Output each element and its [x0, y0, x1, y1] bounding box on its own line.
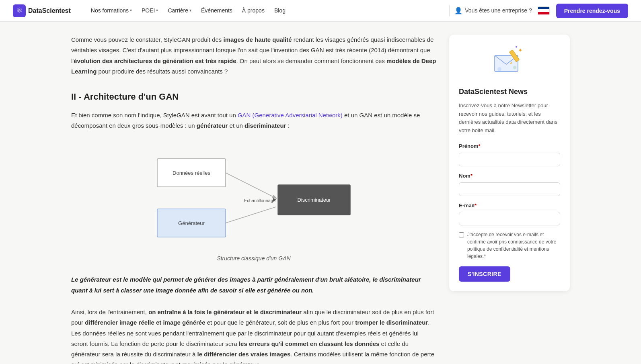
svg-text:Discriminateur: Discriminateur: [297, 197, 331, 203]
body-bold-3: tromper le discriminateur: [355, 319, 428, 326]
intro-bold-1: images de haute qualité: [224, 36, 292, 43]
section-intro: Et bien comme son nom l'indique, StyleGA…: [71, 110, 436, 131]
body-bold-1: on entraîne à la fois le générateur et l…: [148, 309, 302, 315]
diagram-container: Données réelles Générateur Discriminateu…: [71, 143, 436, 263]
email-required: *: [475, 202, 477, 209]
navbar: ⚛ DataScientest Nos formations ▾ POEI ▾ …: [0, 0, 641, 22]
svg-line-7: [226, 207, 276, 223]
newsletter-form: Prénom* Nom* E-mail* J'accepte de recevo…: [459, 142, 560, 282]
consent-row: J'accepte de recevoir vos e-mails et con…: [459, 231, 560, 260]
prenom-label: Prénom*: [459, 142, 560, 151]
sidebar-description: Inscrivez-vous à notre Newsletter pour r…: [459, 102, 560, 135]
enterprise-icon: 👤: [454, 6, 462, 16]
sidebar: ✦ ✦ DataScientest News Inscrivez-vous à …: [449, 35, 570, 364]
nav-item-apropos[interactable]: À propos: [238, 4, 269, 17]
svg-text:Données réelles: Données réelles: [173, 170, 210, 176]
consent-text[interactable]: J'accepte de recevoir vos e-mails et con…: [467, 231, 560, 260]
nav-item-poei[interactable]: POEI ▾: [138, 4, 162, 17]
prenom-input[interactable]: [459, 153, 560, 166]
intro-text-4: pour produire des résultats aussi convai…: [97, 68, 228, 75]
body-text-1: Ainsi, lors de l'entrainement,: [71, 309, 148, 315]
svg-text:✦: ✦: [515, 45, 518, 49]
nom-label: Nom*: [459, 172, 560, 180]
nav-item-evenements-label: Événements: [201, 6, 232, 15]
article-intro: Comme vous pouvez le constater, StyleGAN…: [71, 35, 436, 77]
cta-button[interactable]: Prendre rendez-vous: [556, 4, 628, 18]
chevron-down-icon: ▾: [189, 7, 191, 14]
nav-item-formations[interactable]: Nos formations ▾: [87, 4, 136, 17]
nav-item-formations-label: Nos formations: [91, 6, 129, 15]
logo-text: DataScientest: [28, 6, 71, 16]
body-text-3: et pour que le générateur, soit de plus …: [205, 319, 355, 326]
prenom-required: *: [478, 143, 480, 149]
body-paragraph: Ainsi, lors de l'entrainement, on entraî…: [71, 307, 436, 364]
nav-item-evenements[interactable]: Événements: [197, 4, 236, 17]
section-heading: II - Architecture d'un GAN: [71, 90, 436, 104]
svg-text:Générateur: Générateur: [178, 220, 205, 226]
nav-divider: [449, 5, 450, 16]
gan-link[interactable]: GAN (Generative Adversiarial Network): [238, 112, 343, 119]
chevron-down-icon: ▾: [130, 7, 132, 14]
body-bold-4: les erreurs qu'il commet en classant les…: [239, 340, 380, 347]
diagram-caption: Structure classique d'un GAN: [217, 254, 290, 263]
nav-enterprise[interactable]: 👤 Vous êtes une entreprise ?: [454, 6, 532, 16]
page-wrapper: Comme vous pouvez le constater, StyleGAN…: [55, 22, 586, 364]
intro-text-1: Comme vous pouvez le constater, StyleGAN…: [71, 36, 224, 43]
language-flag[interactable]: [538, 6, 550, 15]
section-bold-generateur: générateur: [197, 122, 228, 129]
nav-item-blog-label: Blog: [274, 6, 286, 15]
nav-enterprise-label: Vous êtes une entreprise ?: [465, 6, 532, 15]
quote-block: Le générateur est le modèle qui permet d…: [71, 274, 436, 296]
consent-required: *: [484, 254, 486, 259]
section-intro-text-4: :: [286, 122, 289, 129]
body-bold-5: le différencier des vraies images: [197, 351, 291, 358]
logo-icon: ⚛: [13, 4, 26, 17]
nav-item-apropos-label: À propos: [242, 6, 265, 15]
sidebar-card: ✦ ✦ DataScientest News Inscrivez-vous à …: [449, 35, 570, 291]
consent-checkbox[interactable]: [459, 232, 464, 237]
email-label: E-mail*: [459, 202, 560, 210]
flag-blue: [538, 7, 549, 10]
nav-links: Nos formations ▾ POEI ▾ Carrière ▾ Événe…: [87, 4, 444, 17]
intro-bold-2: évolution des architectures de génératio…: [74, 57, 236, 64]
submit-button[interactable]: S'INSCRIRE: [459, 266, 510, 282]
sidebar-title: DataScientest News: [459, 86, 560, 98]
nom-input[interactable]: [459, 182, 560, 196]
section-intro-text-3: et un: [228, 122, 244, 129]
svg-line-6: [226, 173, 276, 198]
intro-text-3: . On peut alors se demander comment fonc…: [236, 57, 387, 64]
nom-required: *: [470, 173, 473, 179]
flag-white: [538, 9, 549, 12]
svg-point-15: [497, 67, 501, 71]
section-bold-discriminateur: discriminateur: [244, 122, 286, 129]
main-content: Comme vous pouvez le constater, StyleGAN…: [71, 35, 436, 364]
body-bold-2: différencier image réelle et image génér…: [85, 319, 205, 326]
chevron-down-icon: ▾: [156, 7, 158, 14]
section-intro-text-1: Et bien comme son nom l'indique, StyleGA…: [71, 112, 238, 119]
nav-item-carriere-label: Carrière: [168, 6, 188, 15]
svg-point-16: [513, 66, 516, 69]
nav-item-poei-label: POEI: [142, 6, 155, 15]
flag-red: [538, 12, 549, 15]
diagram-svg: Données réelles Générateur Discriminateu…: [149, 143, 358, 250]
logo[interactable]: ⚛ DataScientest: [13, 4, 71, 17]
sidebar-illustration: ✦ ✦: [459, 44, 560, 80]
svg-text:✦: ✦: [518, 47, 523, 53]
email-input[interactable]: [459, 212, 560, 225]
svg-text:Echantillonnage: Echantillonnage: [244, 198, 275, 203]
nav-item-carriere[interactable]: Carrière ▾: [164, 4, 195, 17]
nav-item-blog[interactable]: Blog: [270, 4, 290, 17]
